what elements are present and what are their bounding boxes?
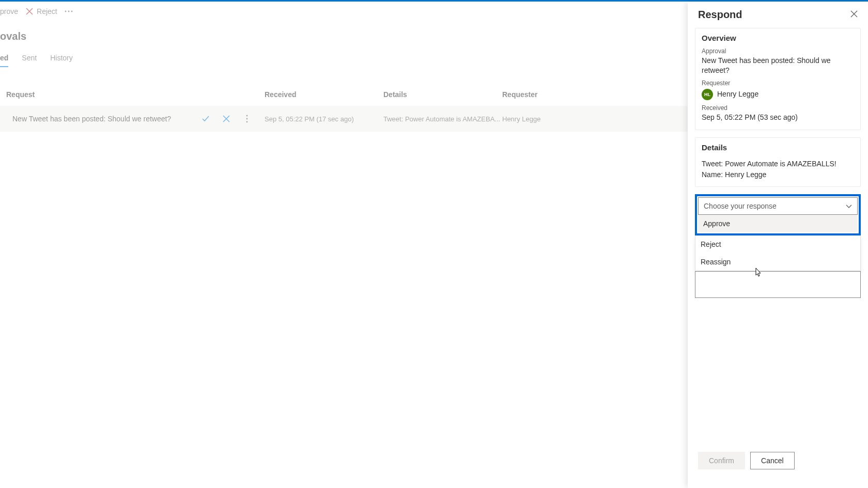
svg-point-4 — [246, 118, 248, 120]
chevron-down-icon — [846, 202, 852, 210]
row-requester: Henry Legge — [502, 115, 606, 123]
row-details: Tweet: Power Automate is AMAZEBA... — [383, 115, 502, 123]
option-reassign[interactable]: Reassign — [695, 253, 860, 271]
cancel-button[interactable]: Cancel — [750, 452, 795, 469]
col-details: Details — [383, 90, 502, 99]
panel-footer: Confirm Cancel — [688, 445, 868, 488]
row-received: Sep 5, 05:22 PM (17 sec ago) — [265, 115, 383, 123]
close-panel-button[interactable] — [850, 10, 858, 19]
requester-row: HL Henry Legge — [702, 89, 854, 100]
response-highlight: Choose your response Approve — [695, 194, 861, 235]
svg-point-3 — [246, 115, 248, 117]
overview-section: Overview Approval New Tweet has been pos… — [695, 28, 861, 130]
response-placeholder: Choose your response — [704, 202, 777, 210]
details-heading: Details — [702, 143, 854, 152]
avatar: HL — [702, 89, 713, 100]
approval-value: New Tweet has been posted: Should we ret… — [702, 56, 854, 75]
reject-action[interactable]: Reject — [25, 7, 57, 15]
details-section: Details Tweet: Power Automate is AMAZEBA… — [695, 137, 861, 187]
approve-label: prove — [0, 7, 18, 15]
response-select[interactable]: Choose your response — [698, 197, 858, 215]
received-label: Received — [702, 104, 854, 112]
requester-label: Requester — [702, 80, 854, 87]
option-approve[interactable]: Approve — [698, 215, 858, 232]
panel-header: Respond — [688, 2, 868, 26]
tab-history[interactable]: History — [50, 54, 73, 67]
dropdown-list-below: Reject Reassign — [695, 235, 861, 271]
more-action[interactable] — [65, 7, 73, 15]
tab-sent[interactable]: Sent — [22, 54, 37, 67]
toolbar: prove Reject — [0, 2, 688, 21]
confirm-button[interactable]: Confirm — [698, 452, 745, 469]
close-icon — [850, 10, 858, 18]
comment-box[interactable] — [695, 271, 861, 298]
approvals-table: Request Received Details Requester New T… — [0, 90, 688, 132]
details-line1: Tweet: Power Automate is AMAZEBALLS! — [702, 159, 854, 169]
col-requester: Requester — [502, 90, 606, 99]
response-area: Choose your response Approve Reject Reas… — [695, 194, 861, 298]
respond-panel: Respond Overview Approval New Tweet has … — [688, 2, 868, 488]
svg-point-1 — [68, 11, 69, 12]
approval-label: Approval — [702, 48, 854, 55]
page-title: ovals — [0, 21, 688, 44]
tabs: ed Sent History — [0, 54, 688, 68]
col-received: Received — [265, 90, 383, 99]
svg-point-5 — [246, 121, 248, 123]
svg-point-0 — [65, 11, 66, 12]
more-icon — [65, 7, 73, 15]
svg-point-2 — [71, 11, 72, 12]
table-row[interactable]: New Tweet has been posted: Should we ret… — [0, 106, 688, 132]
main-content: prove Reject ovals ed Sent History Reque… — [0, 2, 688, 488]
reject-icon[interactable] — [221, 114, 231, 124]
row-title: New Tweet has been posted: Should we ret… — [6, 115, 200, 123]
col-request: Request — [0, 90, 265, 99]
close-icon — [25, 7, 34, 15]
details-line2: Name: Henry Legge — [702, 170, 854, 180]
approve-action[interactable]: prove — [0, 7, 18, 15]
row-more-icon[interactable] — [242, 114, 252, 124]
option-reject[interactable]: Reject — [695, 235, 860, 253]
table-header: Request Received Details Requester — [0, 90, 688, 106]
tab-received[interactable]: ed — [0, 54, 8, 67]
reject-label: Reject — [37, 7, 57, 15]
approve-icon[interactable] — [200, 114, 211, 124]
overview-heading: Overview — [702, 34, 854, 42]
panel-title: Respond — [698, 9, 742, 21]
requester-name: Henry Legge — [717, 89, 758, 99]
dropdown-list: Approve — [698, 215, 858, 232]
received-value: Sep 5, 05:22 PM (53 sec ago) — [702, 113, 854, 122]
